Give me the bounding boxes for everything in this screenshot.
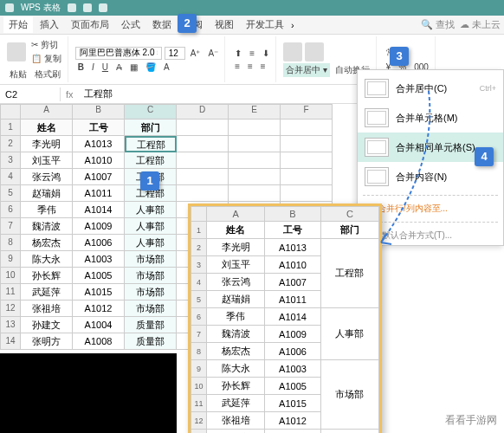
row-header[interactable]: 3 [0,152,21,169]
row-header[interactable]: 1 [0,120,21,136]
data-cell[interactable]: 季伟 [21,202,73,218]
data-cell[interactable]: 张云鸿 [21,169,73,185]
copy-button[interactable]: 📋 复制 [29,52,64,66]
data-cell[interactable]: A1014 [73,202,125,218]
data-cell[interactable]: 人事部 [125,218,177,235]
strike-button[interactable]: A̶ [113,61,125,73]
titlebar-icon[interactable] [68,3,76,12]
header-cell[interactable]: 工号 [73,120,125,136]
search-link[interactable]: 🔍 查找 [421,18,455,31]
row-header[interactable]: 11 [0,284,21,301]
italic-button[interactable]: I [89,61,97,73]
fill-button[interactable]: 🪣 [143,61,158,73]
data-cell[interactable]: A1006 [73,235,125,251]
data-cell[interactable]: 市场部 [125,301,177,317]
data-cell[interactable]: A1011 [73,185,125,202]
data-cell[interactable]: A1008 [73,333,125,350]
data-cell[interactable]: 张祖培 [21,301,73,317]
tab-view[interactable]: 视图 [210,16,239,33]
align-bot[interactable]: ⬇ [260,48,272,59]
tab-insert[interactable]: 插入 [35,16,64,33]
col-header[interactable]: A [21,104,73,120]
data-cell[interactable]: 工程部 [125,136,177,152]
empty-cell[interactable] [281,169,333,185]
paste-icon[interactable] [7,42,26,61]
paste-label[interactable]: 粘贴 [7,68,29,81]
empty-cell[interactable] [177,169,229,185]
align-center[interactable]: ≡ [245,61,255,72]
empty-cell[interactable] [229,152,281,169]
fontcolor-button[interactable]: A [161,61,172,73]
data-cell[interactable]: 孙长辉 [21,268,73,284]
align-left[interactable]: ≡ [232,61,242,72]
cut-button[interactable]: ✂ 剪切 [29,38,64,52]
tab-formula[interactable]: 公式 [116,16,145,33]
col-header[interactable]: B [73,104,125,120]
tab-layout[interactable]: 页面布局 [66,16,114,33]
empty-cell[interactable] [281,120,333,136]
row-header[interactable]: 8 [0,235,21,251]
empty-cell[interactable] [229,120,281,136]
col-header[interactable]: F [281,104,333,120]
data-cell[interactable]: A1013 [73,136,125,152]
data-cell[interactable]: A1007 [73,169,125,185]
align-mid[interactable]: ≡ [247,48,257,59]
empty-cell[interactable] [281,136,333,152]
row-header[interactable]: 13 [0,317,21,333]
data-cell[interactable]: 质量部 [125,317,177,333]
increase-font[interactable]: A⁺ [188,48,204,59]
col-header[interactable]: C [125,104,177,120]
row-header[interactable]: 9 [0,251,21,268]
titlebar-icon[interactable] [83,3,92,12]
cloud-link[interactable]: ☁ 未上云 [460,18,501,31]
empty-cell[interactable] [281,185,333,202]
row-header[interactable]: 14 [0,333,21,350]
data-cell[interactable]: A1003 [73,251,125,268]
data-cell[interactable]: A1009 [73,218,125,235]
row-header[interactable]: 10 [0,268,21,284]
row-header[interactable]: 6 [0,202,21,218]
header-cell[interactable]: 姓名 [21,120,73,136]
size-select[interactable] [165,47,185,60]
data-cell[interactable]: 人事部 [125,235,177,251]
row-header[interactable]: 4 [0,169,21,185]
row-header[interactable]: 12 [0,301,21,317]
data-cell[interactable]: A1015 [73,284,125,301]
data-cell[interactable]: A1012 [73,301,125,317]
empty-cell[interactable] [229,136,281,152]
align-top[interactable]: ⬆ [232,48,244,59]
tab-data[interactable]: 数据 [147,16,177,33]
titlebar-icon[interactable] [99,3,107,12]
merge-center-button[interactable]: 合并居中 ▾ [283,63,330,77]
data-cell[interactable]: 质量部 [125,333,177,350]
data-cell[interactable]: 人事部 [125,202,177,218]
empty-cell[interactable] [229,185,281,202]
underline-button[interactable]: U [100,61,111,73]
header-cell[interactable]: 部门 [125,120,177,136]
data-cell[interactable]: 李光明 [21,136,73,152]
data-cell[interactable]: 魏清波 [21,218,73,235]
col-header[interactable]: D [177,104,229,120]
data-cell[interactable]: 市场部 [125,251,177,268]
merge-icon[interactable] [283,42,302,61]
data-cell[interactable]: A1005 [73,268,125,284]
wrap-icon[interactable] [305,42,324,61]
empty-cell[interactable] [177,120,229,136]
empty-cell[interactable] [177,152,229,169]
data-cell[interactable]: 武延萍 [21,284,73,301]
empty-cell[interactable] [281,152,333,169]
empty-cell[interactable] [177,185,229,202]
empty-cell[interactable] [229,169,281,185]
decrease-font[interactable]: A⁻ [205,48,221,59]
align-right[interactable]: ≡ [258,61,268,72]
bold-button[interactable]: B [75,61,87,73]
fx-icon[interactable]: fx [61,89,79,100]
data-cell[interactable]: A1010 [73,152,125,169]
border-button[interactable]: ▦ [127,61,140,73]
format-painter[interactable]: 格式刷 [32,68,63,81]
tab-dev[interactable]: 开发工具 [241,16,289,33]
data-cell[interactable]: 刘玉平 [21,152,73,169]
tab-start[interactable]: 开始 [3,16,33,33]
formula-input[interactable]: 工程部 [79,86,118,102]
empty-cell[interactable] [177,136,229,152]
